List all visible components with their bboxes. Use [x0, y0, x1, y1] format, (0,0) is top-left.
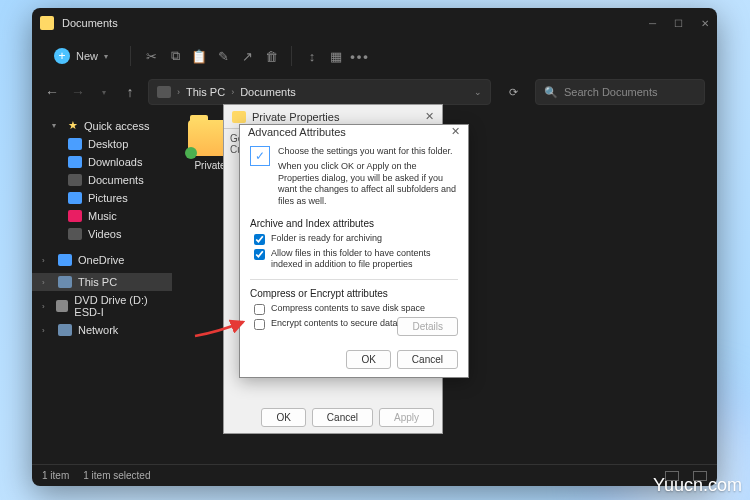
new-button[interactable]: + New ▾ [44, 44, 118, 68]
sidebar-item-documents[interactable]: Documents [32, 171, 172, 189]
apply-button[interactable]: Apply [379, 408, 434, 427]
toolbar: + New ▾ ✂ ⧉ 📋 ✎ ↗ 🗑 ↕ ▦ ••• [32, 38, 717, 74]
search-input[interactable]: 🔍 Search Documents [535, 79, 705, 105]
index-contents-checkbox[interactable]: Allow files in this folder to have conte… [254, 248, 458, 271]
pc-icon [157, 86, 171, 98]
refresh-button[interactable]: ⟳ [501, 80, 525, 104]
advanced-titlebar[interactable]: Advanced Attributes ✕ [240, 125, 468, 138]
sidebar: ▾★Quick access Desktop Downloads Documen… [32, 110, 172, 464]
settings-icon: ✓ [250, 146, 270, 166]
sidebar-network[interactable]: ›Network [32, 321, 172, 339]
delete-icon[interactable]: 🗑 [263, 48, 279, 64]
sidebar-dvd[interactable]: ›DVD Drive (D:) ESD-I [32, 291, 172, 321]
sidebar-this-pc[interactable]: ›This PC [32, 273, 172, 291]
archive-section-label: Archive and Index attributes [250, 218, 458, 229]
sidebar-onedrive[interactable]: ›OneDrive [32, 251, 172, 269]
close-icon[interactable]: ✕ [701, 18, 709, 29]
sidebar-item-videos[interactable]: Videos [32, 225, 172, 243]
breadcrumb[interactable]: › This PC › Documents ⌄ [148, 79, 491, 105]
view-icon[interactable]: ▦ [328, 48, 344, 64]
folder-icon [40, 16, 54, 30]
sidebar-quick-access[interactable]: ▾★Quick access [32, 116, 172, 135]
rename-icon[interactable]: ✎ [215, 48, 231, 64]
back-button[interactable]: ← [44, 84, 60, 100]
up-arrow[interactable]: ↑ [122, 84, 138, 100]
archive-ready-checkbox[interactable]: Folder is ready for archiving [254, 233, 458, 245]
cancel-button[interactable]: Cancel [312, 408, 373, 427]
details-button[interactable]: Details [397, 317, 458, 336]
forward-button[interactable]: → [70, 84, 86, 100]
sidebar-item-desktop[interactable]: Desktop [32, 135, 172, 153]
sidebar-item-downloads[interactable]: Downloads [32, 153, 172, 171]
sidebar-item-music[interactable]: Music [32, 207, 172, 225]
share-icon[interactable]: ↗ [239, 48, 255, 64]
chevron-down-icon: ▾ [104, 52, 108, 61]
ok-button[interactable]: OK [346, 350, 390, 369]
cut-icon[interactable]: ✂ [143, 48, 159, 64]
titlebar[interactable]: Documents ─ ☐ ✕ [32, 8, 717, 38]
paste-icon[interactable]: 📋 [191, 48, 207, 64]
close-icon[interactable]: ✕ [425, 110, 434, 123]
watermark: Yuucn.com [653, 475, 742, 496]
sidebar-item-pictures[interactable]: Pictures [32, 189, 172, 207]
copy-icon[interactable]: ⧉ [167, 48, 183, 64]
more-icon[interactable]: ••• [352, 48, 368, 64]
search-icon: 🔍 [544, 86, 558, 99]
sort-icon[interactable]: ↕ [304, 48, 320, 64]
maximize-icon[interactable]: ☐ [674, 18, 683, 29]
folder-icon [232, 111, 246, 123]
minimize-icon[interactable]: ─ [649, 18, 656, 29]
close-icon[interactable]: ✕ [451, 125, 460, 138]
compress-section-label: Compress or Encrypt attributes [250, 288, 458, 299]
status-dot-icon [185, 147, 197, 159]
ok-button[interactable]: OK [261, 408, 305, 427]
statusbar: 1 item 1 item selected [32, 464, 717, 486]
advanced-attributes-dialog: Advanced Attributes ✕ ✓ Choose the setti… [239, 124, 469, 378]
cancel-button[interactable]: Cancel [397, 350, 458, 369]
up-button[interactable]: ▾ [96, 84, 112, 100]
plus-icon: + [54, 48, 70, 64]
chevron-down-icon[interactable]: ⌄ [474, 87, 482, 97]
window-title: Documents [62, 17, 649, 29]
compress-checkbox[interactable]: Compress contents to save disk space [254, 303, 458, 315]
